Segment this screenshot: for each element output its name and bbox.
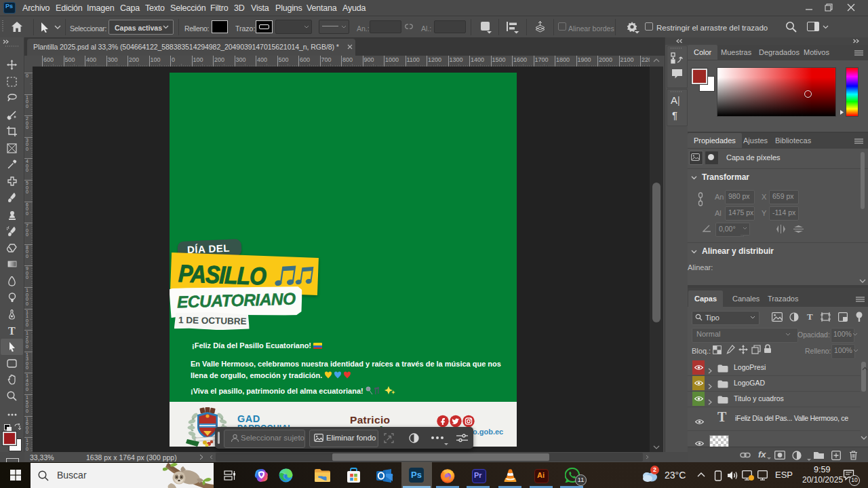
svg-text:T: T [8,326,16,336]
